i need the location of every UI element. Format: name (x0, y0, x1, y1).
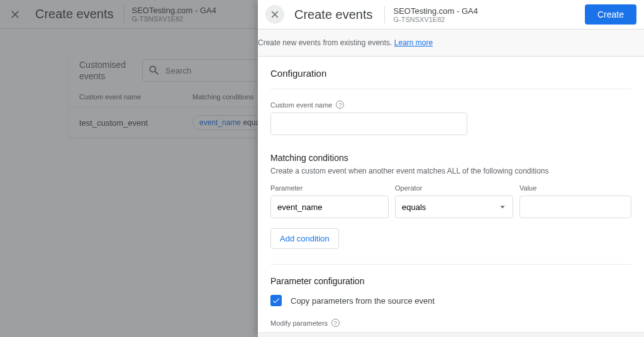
configuration-title: Configuration (270, 68, 631, 79)
value-input[interactable] (519, 196, 631, 218)
operator-select[interactable] (395, 196, 513, 218)
add-condition-button[interactable]: Add condition (270, 228, 339, 249)
parameter-label: Parameter (270, 184, 389, 192)
divider (270, 264, 631, 265)
modify-params-label: Modify parameters ? (270, 319, 631, 327)
panel-footer (258, 332, 644, 337)
parameter-input[interactable] (270, 196, 389, 218)
matching-conditions-title: Matching conditions (270, 153, 631, 163)
condition-row: Parameter Operator Value (270, 184, 631, 218)
panel-title: Create events (294, 8, 373, 22)
close-icon (269, 9, 280, 20)
divider (270, 89, 631, 89)
value-column: Value (519, 184, 631, 218)
help-icon[interactable]: ? (336, 101, 344, 109)
operator-value[interactable] (395, 196, 513, 218)
panel-subheader: Create new events from existing events. … (258, 29, 644, 57)
panel-header: Create events SEOTesting.com - GA4 G-TSN… (258, 0, 644, 29)
value-label: Value (519, 184, 631, 192)
check-icon (272, 296, 280, 305)
panel-property-name: SEOTesting.com - GA4 (394, 6, 585, 16)
parameter-config-title: Parameter configuration (270, 276, 631, 286)
matching-conditions-desc: Create a custom event when another event… (270, 167, 631, 175)
panel-body: Configuration Custom event name ? Matchi… (258, 57, 644, 332)
operator-column: Operator (395, 184, 513, 218)
panel-property-id: G-TSNSXV1E82 (394, 16, 585, 23)
learn-more-link[interactable]: Learn more (394, 38, 433, 47)
copy-params-row: Copy parameters from the source event (270, 295, 631, 306)
panel-property-info: SEOTesting.com - GA4 G-TSNSXV1E82 (384, 6, 585, 23)
create-button[interactable]: Create (585, 4, 636, 25)
create-event-panel: Create events SEOTesting.com - GA4 G-TSN… (258, 0, 644, 337)
custom-event-name-label: Custom event name ? (270, 101, 631, 109)
copy-params-checkbox[interactable] (270, 295, 282, 306)
copy-params-label: Copy parameters from the source event (291, 296, 435, 306)
custom-event-name-input[interactable] (270, 113, 467, 135)
parameter-column: Parameter (270, 184, 389, 218)
operator-label: Operator (395, 184, 513, 192)
help-icon[interactable]: ? (331, 319, 340, 327)
panel-close-button[interactable] (265, 5, 284, 24)
subheader-text: Create new events from existing events. (258, 38, 392, 47)
